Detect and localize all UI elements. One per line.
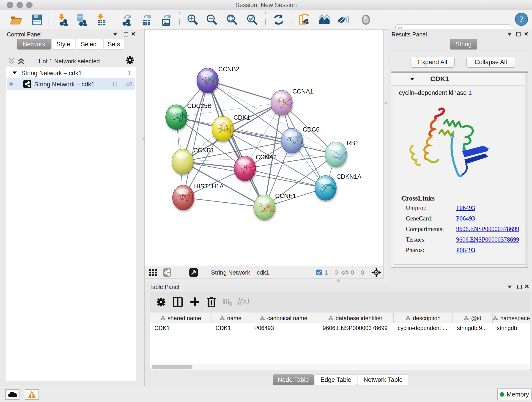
save-session-icon[interactable] xyxy=(31,13,44,26)
collapse-all-label: Collapse All xyxy=(475,59,507,66)
network-options-gear-icon[interactable] xyxy=(126,56,134,65)
show-columns-icon[interactable] xyxy=(173,297,183,308)
crosslink-genecard-link[interactable]: P06493 xyxy=(456,215,475,222)
open-session-icon[interactable] xyxy=(10,13,22,26)
maximize-panel-icon[interactable] xyxy=(516,32,520,36)
cell-description[interactable]: cyclin-dependent ... xyxy=(394,323,453,332)
crosslink-pharos-link[interactable]: P06493 xyxy=(456,247,475,254)
network-collection-label: String Network – cdk1 xyxy=(21,70,82,77)
scrollbar-thumb[interactable] xyxy=(152,365,192,369)
duplicate-network-icon[interactable] xyxy=(298,13,311,26)
maximize-panel-icon[interactable] xyxy=(124,32,128,36)
tab-style[interactable]: Style xyxy=(51,39,75,50)
column-header[interactable]: namespace xyxy=(493,313,530,323)
table-gear-icon[interactable] xyxy=(156,297,166,308)
network-graph[interactable]: CCNB2CCNA1CDC25BCDK1CDC6RB1CCNB1CCNA2CDK… xyxy=(145,30,383,266)
column-header[interactable]: name xyxy=(211,313,250,323)
collapse-all-button[interactable]: Collapse All xyxy=(467,57,515,68)
results-scrollbar[interactable] xyxy=(525,73,528,268)
import-table-icon[interactable] xyxy=(95,13,108,26)
export-network-icon[interactable] xyxy=(120,13,133,26)
cell-shared-name[interactable]: CDK1 xyxy=(150,323,211,332)
help-icon[interactable]: ? xyxy=(515,12,528,27)
birds-eye-view-icon[interactable] xyxy=(189,268,198,278)
close-panel-icon[interactable]: ✕ xyxy=(131,32,135,36)
column-header[interactable]: database identifier xyxy=(317,313,394,323)
zoom-in-icon[interactable] xyxy=(186,13,199,26)
network-collection-row[interactable]: String Network – cdk1 1 xyxy=(6,67,136,78)
tab-sets[interactable]: Sets xyxy=(104,39,124,50)
warning-status-button[interactable] xyxy=(25,389,39,400)
import-network-icon[interactable] xyxy=(56,13,69,26)
network-canvas[interactable]: CCNB2CCNA1CDC25BCDK1CDC6RB1CCNB1CCNA2CDK… xyxy=(145,29,384,266)
splitter-handle[interactable] xyxy=(385,102,387,104)
column-type-icon xyxy=(464,316,469,321)
expand-all-button[interactable]: Expand All xyxy=(411,57,455,68)
tab-edge-table[interactable]: Edge Table xyxy=(315,375,357,385)
selected-checkbox-icon[interactable] xyxy=(316,269,322,276)
import-network-database-icon[interactable] xyxy=(75,13,88,26)
crosslink-label: GeneCard: xyxy=(406,215,433,222)
zoom-out-icon[interactable] xyxy=(206,13,218,26)
column-header[interactable]: description xyxy=(394,313,453,323)
fit-selected-crosshair-icon[interactable] xyxy=(371,268,381,278)
svg-text:CCNB1: CCNB1 xyxy=(193,147,215,154)
network-row-selected[interactable]: String Network – cdk1 11 48 xyxy=(7,78,135,90)
table-horizontal-scrollbar[interactable] xyxy=(151,364,529,370)
column-header[interactable]: shared name xyxy=(150,313,211,323)
hide-eye-icon[interactable] xyxy=(337,13,350,26)
collection-expand-icon[interactable] xyxy=(13,71,17,74)
svg-text:RB1: RB1 xyxy=(347,140,359,147)
column-label: shared name xyxy=(168,315,201,322)
refresh-icon[interactable] xyxy=(272,13,285,26)
close-panel-icon[interactable]: ✕ xyxy=(524,32,528,36)
crosslink-uniprot-link[interactable]: P06493 xyxy=(456,204,475,211)
table-row[interactable]: CDK1 CDK1 P06493 9606.ENSP00000378699 cy… xyxy=(150,323,530,332)
glass-eye-icon[interactable] xyxy=(360,13,372,26)
float-panel-icon[interactable] xyxy=(508,286,512,288)
cloud-status-button[interactable] xyxy=(5,389,19,400)
cell-database-identifier[interactable]: 9606.ENSP00000378699 xyxy=(317,323,394,332)
network-view-toolbar: String Network – cdk1 1 – 0 0 – 0 xyxy=(145,266,384,279)
crosslink-label: Pharos: xyxy=(406,247,424,254)
maximize-panel-icon[interactable] xyxy=(517,285,522,289)
cell-name[interactable]: CDK1 xyxy=(211,323,250,332)
string-view-icon[interactable] xyxy=(162,268,172,278)
hidden-eye-icon[interactable] xyxy=(341,269,349,277)
collapse-all-networks-icon[interactable] xyxy=(8,57,15,65)
delete-table-icon[interactable] xyxy=(223,298,232,307)
delete-column-icon[interactable] xyxy=(207,296,216,308)
show-all-views-icon[interactable] xyxy=(318,13,331,26)
float-panel-icon[interactable] xyxy=(113,33,117,36)
column-header[interactable]: canonical name xyxy=(250,313,317,323)
protein-header-row[interactable]: CDK1 xyxy=(391,73,528,86)
tab-select[interactable]: Select xyxy=(76,39,103,50)
crosslink-compartments-link[interactable]: 9606.ENSP00000378699 xyxy=(456,225,519,233)
splitter-handle[interactable] xyxy=(337,279,340,282)
tab-network-table[interactable]: Network Table xyxy=(358,375,408,385)
grid-view-icon[interactable] xyxy=(149,269,157,277)
tab-network[interactable]: Network xyxy=(17,39,51,50)
zoom-selected-icon[interactable] xyxy=(246,13,259,26)
cell-canonical-name[interactable]: P06493 xyxy=(250,323,317,332)
add-column-icon[interactable] xyxy=(190,297,200,308)
float-panel-icon[interactable] xyxy=(507,33,512,36)
column-label: database identifier xyxy=(336,315,382,322)
crosslink-tissues-link[interactable]: 9606.ENSP00000378699 xyxy=(456,236,519,243)
cell-id[interactable]: stringdb:9... xyxy=(453,323,493,332)
close-panel-icon[interactable]: ✕ xyxy=(525,284,529,289)
cell-namespace[interactable]: stringdb xyxy=(493,323,530,332)
zoom-fit-icon[interactable] xyxy=(226,13,239,26)
export-table-icon[interactable] xyxy=(140,13,153,26)
memory-button[interactable]: Memory xyxy=(497,389,532,400)
expand-all-networks-icon[interactable] xyxy=(17,57,25,65)
function-builder-icon[interactable]: f(x) xyxy=(238,296,249,306)
splitter-handle[interactable] xyxy=(143,138,145,140)
export-image-icon[interactable] xyxy=(160,13,173,26)
tab-string[interactable]: String xyxy=(450,39,477,50)
protein-detail-card: cyclin–dependent kinase 1 CrossLinks Uni… xyxy=(394,86,526,265)
column-header[interactable]: @id xyxy=(453,313,493,323)
crosslinks-heading: CrossLinks xyxy=(401,194,435,202)
tab-node-table[interactable]: Node Table xyxy=(273,375,314,385)
protein-collapse-icon[interactable] xyxy=(410,78,414,80)
